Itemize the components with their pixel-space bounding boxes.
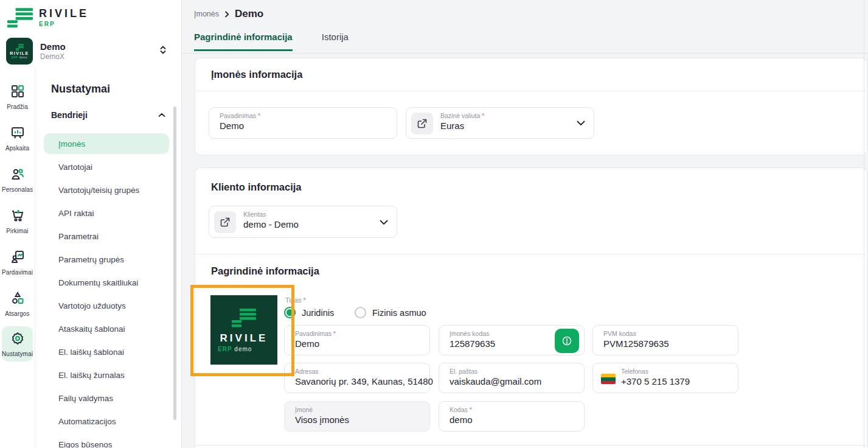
company-code: DemoX — [40, 52, 66, 61]
klientas-select[interactable]: Klientas demo - Demo — [209, 206, 397, 238]
breadcrumb-parent[interactable]: Įmonės — [194, 10, 219, 18]
sidebar-scrollbar[interactable] — [173, 107, 176, 420]
adresas-field[interactable]: Adresas Savanorių pr. 349, Kaunas, 51480 — [284, 363, 430, 393]
sidebar-item-ataskaitu-sablonai[interactable]: Ataskaitų šablonai — [44, 318, 169, 339]
section-divider — [195, 254, 867, 254]
pavadinimas-field[interactable]: Pavadinimas * Demo — [209, 107, 397, 139]
company-info-card: Įmonės informacija Pavadinimas * Demo Ba… — [195, 58, 867, 155]
external-link-icon — [220, 217, 230, 227]
main-pavadinimas-field[interactable]: Pavadinimas * Demo — [284, 325, 430, 355]
select-updown-icon — [159, 45, 167, 57]
rivile-logo-mark-icon — [7, 7, 33, 32]
client-main-info-card: Kliento informacija Klientas demo - Demo… — [195, 167, 867, 448]
app-logo[interactable]: RIVILE ERP — [7, 7, 89, 32]
sidebar-item-el-laisku-sablonai[interactable]: El. laiškų šablonai — [44, 341, 169, 362]
registry-check-button[interactable] — [555, 329, 579, 353]
section-heading-kliento-informacija: Kliento informacija — [211, 181, 302, 193]
el-pastas-field[interactable]: El. paštas vaiskauda@gmail.com — [439, 363, 585, 393]
company-selector[interactable]: RIVILE ERP demo Demo DemoX — [6, 37, 175, 66]
page-header: Įmonės Demo Pagrindinė informacija Istor… — [182, 0, 868, 54]
sidebar-item-dokumentu-skaitliukai[interactable]: Dokumentų skaitliukai — [44, 272, 169, 293]
rail-item-nustatymai[interactable]: Nustatymai — [2, 326, 33, 362]
breadcrumb: Įmonės Demo — [194, 8, 263, 20]
settings-sidebar: Nustatymai Bendrieji Įmonės Vartotojai V… — [35, 67, 181, 448]
nav-rail: Pradžia Apskaita Personalas — [0, 0, 35, 448]
tab-pagrindine-informacija[interactable]: Pagrindinė informacija — [194, 32, 293, 51]
shapes-icon — [10, 291, 25, 308]
rail-item-pradzia[interactable]: Pradžia — [2, 79, 33, 114]
sidebar-item-vartotojo-uzduotys[interactable]: Vartotojo užduotys — [44, 295, 169, 316]
sidebar-item-eigos-busenos[interactable]: Eigos būsenos — [44, 434, 169, 448]
accounting-board-icon — [10, 125, 25, 142]
radio-juridinis[interactable]: Juridinis — [284, 307, 334, 318]
brand-header: RIVILE ERP RIVILE ERP demo Demo DemoX — [0, 0, 181, 67]
rail-divider — [35, 67, 35, 448]
chevron-up-icon — [158, 113, 165, 117]
pvm-kodas-field[interactable]: PVM kodas PVM125879635 — [592, 325, 738, 355]
company-logo-tile: RIVILE ERP demo — [6, 38, 33, 65]
sidebar-group-bendrieji[interactable]: Bendrieji — [51, 110, 165, 120]
lithuania-flag-icon[interactable] — [601, 374, 616, 384]
page-title: Demo — [235, 8, 263, 20]
kodas-field[interactable]: Kodas * demo — [439, 401, 585, 432]
rail-item-pardavimai[interactable]: Pardavimai — [2, 245, 33, 280]
imones-kodas-field[interactable]: Įmonės kodas 125879635 — [439, 325, 585, 355]
rail-item-atsargos[interactable]: Atsargos — [2, 286, 33, 321]
external-link-icon — [417, 119, 427, 128]
rivile-logo-mark-icon — [230, 308, 258, 329]
tab-istorija[interactable]: Istorija — [322, 32, 349, 51]
company-name: Demo — [40, 41, 66, 52]
sidebar-item-api-raktai[interactable]: API raktai — [44, 203, 169, 223]
chevron-right-icon — [224, 11, 229, 18]
section-heading-pagrindine-informacija: Pagrindinė informacija — [211, 265, 319, 277]
exclamation-circle-icon — [561, 335, 572, 346]
rail-item-apskaita[interactable]: Apskaita — [2, 121, 33, 156]
dashboard-icon — [10, 84, 25, 101]
radio-selected-icon — [284, 307, 296, 318]
sidebar-title: Nustatymai — [51, 83, 110, 96]
main-scrollbar-track[interactable] — [864, 0, 864, 448]
rivile-logo-mark-icon — [16, 44, 24, 51]
brand-name: RIVILE — [39, 7, 89, 20]
telefonas-field[interactable]: Telefonas +370 5 215 1379 — [592, 363, 738, 393]
rail-item-pirkimai[interactable]: Pirkimai — [2, 203, 33, 239]
radio-unselected-icon — [355, 307, 366, 318]
chevron-down-icon — [380, 217, 388, 228]
people-icon — [10, 167, 25, 184]
sidebar-item-vartotojai[interactable]: Vartotojai — [44, 156, 169, 177]
section-divider — [195, 445, 867, 446]
sidebar-divider — [181, 0, 182, 448]
section-heading-imones-informacija: Įmonės informacija — [211, 69, 302, 80]
main-content: Įmonės Demo Pagrindinė informacija Istor… — [182, 0, 868, 448]
rail-item-personalas[interactable]: Personalas — [2, 162, 33, 197]
brand-sub: ERP — [39, 21, 89, 27]
cart-icon — [10, 208, 25, 225]
imone-field: Įmonė Visos įmonės — [284, 401, 430, 432]
sales-chart-icon — [10, 250, 25, 267]
tipas-label: Tipas * — [285, 296, 306, 304]
radio-fizinis-asmuo[interactable]: Fizinis asmuo — [355, 307, 426, 318]
bazine-valiuta-select[interactable]: Bazinė valiuta * Euras — [406, 107, 594, 139]
chevron-down-icon — [577, 117, 585, 128]
sidebar-item-automatizacijos[interactable]: Automatizacijos — [44, 411, 169, 432]
sidebar-item-el-laisku-zurnalas[interactable]: El. laiškų žurnalas — [44, 365, 169, 385]
sidebar-item-vartotoju-teisiu-grupes[interactable]: Vartotojų/teisių grupės — [44, 180, 169, 200]
sidebar-item-failu-valdymas[interactable]: Failų valdymas — [44, 388, 169, 408]
sidebar-item-parametrai[interactable]: Parametrai — [44, 226, 169, 247]
company-logo-image: RIVILE ERP demo — [210, 295, 277, 365]
sidebar-item-imones[interactable]: Įmonės — [44, 133, 169, 154]
sidebar-item-parametru-grupes[interactable]: Parametrų grupės — [44, 249, 169, 270]
tab-bar: Pagrindinė informacija Istorija — [194, 32, 349, 51]
gear-icon — [10, 331, 25, 348]
